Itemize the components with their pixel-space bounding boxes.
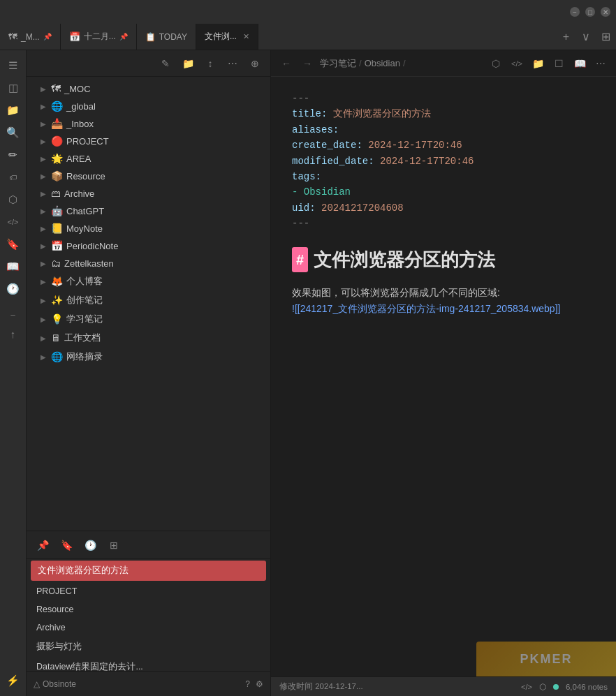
tree-item-chatgpt[interactable]: ▶ 🤖 ChatGPT	[29, 202, 267, 219]
bookmark-tab-button[interactable]: 🔖	[57, 536, 75, 554]
notes-count: 6,046 notes	[566, 683, 608, 691]
emoji-zettelkasten: 🗂	[51, 258, 61, 269]
code-icon[interactable]: </>	[3, 212, 23, 232]
frontmatter-create-line: create_date: 2024-12-17T20:46	[292, 138, 595, 153]
note-image-link[interactable]: ![[241217_文件浏览器分区的方法-img-241217_205834.w…	[292, 303, 560, 314]
titlebar: − □ ✕	[0, 0, 616, 24]
chevron-web: ▶	[41, 353, 47, 361]
more-options-button[interactable]: ⊕	[247, 55, 263, 72]
label-moc: _MOC	[64, 84, 262, 94]
frontmatter-block: --- title: 文件浏览器分区的方法 aliases: create_da…	[292, 91, 595, 232]
tree-item-moc[interactable]: ▶ 🗺 _MOC	[29, 80, 267, 97]
tabbar: 🗺 _M... 📌 📅 十二月... 📌 📋 TODAY 文件浏... ✕ + …	[0, 24, 616, 50]
tab-label-moc: _M...	[21, 32, 40, 42]
recent-item-project[interactable]: PROJECT	[27, 582, 270, 600]
link-tool-button[interactable]: ☐	[550, 55, 567, 72]
help-icon[interactable]: ?	[245, 679, 250, 689]
tree-item-study[interactable]: ▶ 💡 学习笔记	[29, 310, 267, 328]
tree-item-moynote[interactable]: ▶ 📒 MoyNote	[29, 220, 267, 237]
folder-icon[interactable]: 📁	[3, 101, 23, 120]
tags-icon[interactable]: 🏷	[3, 168, 23, 187]
recent-item-archive[interactable]: Archive	[27, 619, 270, 637]
nav-forward-button[interactable]: →	[299, 55, 316, 72]
pin-tab-button[interactable]: 📌	[34, 536, 52, 554]
clock-icon[interactable]: 🕐	[3, 279, 23, 299]
graph-status-icon[interactable]: ⬡	[539, 682, 546, 692]
minimize-button[interactable]: −	[570, 7, 580, 17]
tab-close-file[interactable]: ✕	[243, 32, 249, 41]
new-folder-button[interactable]: 📁	[179, 55, 196, 72]
tab-add-button[interactable]: +	[556, 24, 576, 50]
tree-item-creative[interactable]: ▶ ✨ 创作笔记	[29, 291, 267, 309]
tab-pin-moc: 📌	[43, 33, 52, 40]
reading-icon[interactable]: 📖	[3, 257, 23, 276]
recent-item-file[interactable]: 文件浏览器分区的方法	[31, 561, 266, 581]
tab-moc[interactable]: 🗺 _M... 📌	[0, 24, 61, 50]
publish-icon[interactable]: ↑	[3, 324, 23, 343]
recent-item-dataview[interactable]: Dataview结果固定的去计...	[27, 657, 270, 671]
breadcrumb-parent[interactable]: 学习笔记	[320, 57, 356, 70]
tree-item-inbox[interactable]: ▶ 📥 _Inbox	[29, 115, 267, 132]
frontmatter-sep-close: ---	[292, 216, 595, 231]
chevron-blog: ▶	[41, 278, 47, 286]
emoji-global: 🌐	[51, 101, 63, 112]
bookmark-icon[interactable]: 🔖	[3, 235, 23, 254]
recent-item-resource[interactable]: Resource	[27, 600, 270, 619]
tree-item-zettelkasten[interactable]: ▶ 🗂 Zettelkasten	[29, 255, 267, 272]
chevron-study: ▶	[41, 316, 47, 323]
tab-dec[interactable]: 📅 十二月... 📌	[61, 24, 137, 50]
recent-list: 文件浏览器分区的方法 PROJECT Resource Archive 摄影与灯…	[27, 559, 270, 671]
editor-area: ← → 学习笔记 / Obsidian / ⬡ </> 📁 ☐ 📖 ⋯ ---	[271, 50, 616, 696]
tree-item-work[interactable]: ▶ 🖥 工作文档	[29, 329, 267, 347]
breadcrumb-current[interactable]: Obsidian	[365, 58, 400, 68]
note-body-text: 效果如图，可以将浏览器分隔成几个不同的区域:	[292, 285, 595, 300]
code-tool-button[interactable]: </>	[508, 55, 525, 72]
layers-icon[interactable]: ◫	[3, 78, 23, 98]
heading-text: 文件浏览器分区的方法	[314, 246, 495, 275]
file-tree: ▶ 🗺 _MOC ▶ 🌐 _global ▶ 📥 _Inbox ▶ 🔴 PROJ…	[27, 77, 270, 531]
editor-content[interactable]: --- title: 文件浏览器分区的方法 aliases: create_da…	[271, 77, 616, 676]
history-tab-button[interactable]: 🕐	[81, 536, 99, 554]
reading-tool-button[interactable]: 📖	[571, 55, 588, 72]
tab-chevron-button[interactable]: ∨	[576, 24, 596, 50]
search-icon[interactable]: 🔍	[3, 123, 23, 142]
vault-name: Obsinote	[43, 679, 76, 689]
sidebar: ✎ 📁 ↕ ⋯ ⊕ ▶ 🗺 _MOC ▶ 🌐 _global ▶ 📥 _Inbo…	[27, 50, 271, 696]
tab-today[interactable]: 📋 TODAY	[137, 24, 196, 50]
chevron-zettelkasten: ▶	[41, 260, 47, 267]
tree-item-project[interactable]: ▶ 🔴 PROJECT	[29, 133, 267, 149]
terminal-icon[interactable]: _	[3, 302, 23, 321]
graph-tool-button[interactable]: ⬡	[487, 55, 504, 72]
close-button[interactable]: ✕	[601, 7, 610, 17]
tree-item-area[interactable]: ▶ 🌟 AREA	[29, 150, 267, 167]
graph-icon[interactable]: ⬡	[3, 190, 23, 209]
emoji-creative: ✨	[51, 295, 63, 306]
edit-icon[interactable]: ✏	[3, 145, 23, 165]
tree-item-periodic[interactable]: ▶ 📅 PeriodicNote	[29, 237, 267, 254]
sort-button[interactable]: ↕	[202, 55, 219, 72]
settings-icon[interactable]: ⚙	[256, 679, 263, 689]
tree-item-global[interactable]: ▶ 🌐 _global	[29, 98, 267, 114]
layout-tab-button[interactable]: ⊞	[105, 536, 123, 554]
flash-icon[interactable]: ⚡	[3, 671, 23, 690]
tree-item-archive[interactable]: ▶ 🗃 Archive	[29, 185, 267, 202]
nav-back-button[interactable]: ←	[278, 55, 295, 72]
new-note-button[interactable]: ✎	[157, 55, 174, 72]
tree-item-web[interactable]: ▶ 🌐 网络摘录	[29, 348, 267, 366]
emoji-resource: 📦	[51, 170, 63, 182]
tab-file[interactable]: 文件浏... ✕	[196, 24, 258, 50]
collapse-button[interactable]: ⋯	[224, 55, 241, 72]
sidebar-toggle-icon[interactable]: ☰	[3, 56, 23, 75]
emoji-web: 🌐	[51, 351, 63, 362]
tree-item-resource[interactable]: ▶ 📦 Resource	[29, 168, 267, 184]
recent-item-photo[interactable]: 摄影与灯光	[27, 637, 270, 657]
tab-layout-button[interactable]: ⊞	[596, 24, 616, 50]
maximize-button[interactable]: □	[585, 7, 595, 17]
more-tool-button[interactable]: ⋯	[592, 55, 609, 72]
code-status-icon[interactable]: </>	[521, 683, 532, 691]
folder-tool-button[interactable]: 📁	[529, 55, 546, 72]
label-chatgpt: ChatGPT	[66, 206, 262, 216]
tab-icon-dec: 📅	[69, 31, 80, 42]
tree-item-blog[interactable]: ▶ 🦊 个人博客	[29, 272, 267, 290]
chevron-project: ▶	[41, 138, 47, 145]
